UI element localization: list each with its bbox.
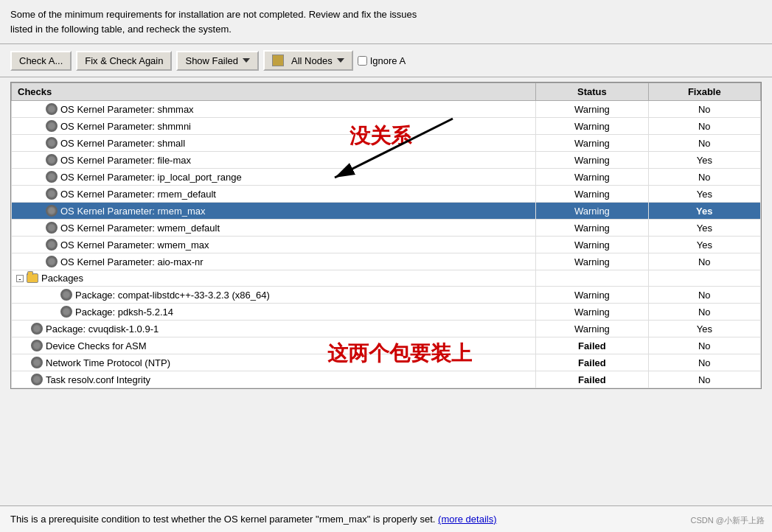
status-header: Status (536, 83, 648, 101)
show-failed-arrow-icon (243, 58, 250, 63)
gear-icon (46, 188, 58, 200)
table-row[interactable]: Package: cvuqdisk-1.0.9-1WarningYes (12, 321, 761, 337)
gear-icon (31, 357, 43, 368)
watermark: CSDN @小新手上路 (691, 515, 765, 526)
fix-check-again-button[interactable]: Fix & Check Again (76, 51, 172, 71)
fixable-cell: Yes (648, 186, 760, 203)
table-row[interactable]: Package: compat-libstdc++-33-3.2.3 (x86_… (12, 287, 761, 304)
gear-icon (60, 289, 72, 301)
fixable-cell: No (648, 101, 760, 118)
table-row[interactable]: OS Kernel Parameter: aio-max-nrWarningNo (12, 253, 761, 270)
gear-icon (46, 256, 58, 267)
check-cell: -Packages (12, 270, 536, 287)
fixable-cell: Yes (648, 203, 760, 220)
fixable-cell: No (648, 287, 760, 304)
table-row[interactable]: OS Kernel Parameter: rmem_defaultWarning… (12, 186, 761, 203)
check-label: OS Kernel Parameter: shmmax (60, 104, 194, 115)
check-label: OS Kernel Parameter: wmem_max (60, 239, 209, 251)
status-cell: Failed (536, 371, 648, 388)
node-icon (272, 55, 284, 66)
table-row[interactable]: OS Kernel Parameter: shmallWarningNo (12, 135, 761, 152)
ignore-checkbox-label: Ignore A (358, 55, 406, 66)
check-cell: OS Kernel Parameter: shmmax (12, 101, 536, 118)
check-label: Device Checks for ASM (46, 340, 147, 351)
show-failed-label: Show Failed (185, 55, 238, 66)
table-row[interactable]: OS Kernel Parameter: shmmaxWarningNo (12, 101, 761, 118)
all-nodes-dropdown[interactable]: All Nodes (263, 50, 353, 71)
table-row[interactable]: OS Kernel Parameter: rmem_maxWarningYes (12, 203, 761, 220)
status-cell: Warning (536, 101, 648, 118)
check-again-button[interactable]: Check A... (10, 51, 72, 71)
bottom-panel: This is a prerequisite condition to test… (0, 505, 772, 533)
check-cell: OS Kernel Parameter: shmmni (12, 118, 536, 135)
gear-icon (46, 171, 58, 183)
status-cell: Warning (536, 135, 648, 152)
check-label: OS Kernel Parameter: shmall (60, 138, 185, 149)
status-cell: Failed (536, 354, 648, 371)
check-label: Package: cvuqdisk-1.0.9-1 (46, 323, 159, 335)
all-nodes-arrow-icon (337, 58, 344, 63)
table-row[interactable]: Device Checks for ASMFailedNo (12, 337, 761, 354)
check-label: Packages (41, 273, 83, 284)
fixable-cell: No (648, 135, 760, 152)
fixable-cell: Yes (648, 152, 760, 169)
check-label: Package: compat-libstdc++-33-3.2.3 (x86_… (75, 290, 270, 301)
gear-icon (46, 103, 58, 115)
status-cell: Warning (536, 321, 648, 337)
collapse-icon[interactable]: - (16, 275, 24, 282)
gear-icon (46, 137, 58, 149)
check-cell: Network Time Protocol (NTP) (12, 354, 536, 371)
check-label: OS Kernel Parameter: ip_local_port_range (60, 172, 242, 183)
fixable-cell: No (648, 304, 760, 321)
status-cell: Warning (536, 203, 648, 220)
check-cell: OS Kernel Parameter: wmem_default (12, 220, 536, 237)
check-cell: OS Kernel Parameter: rmem_max (12, 203, 536, 220)
check-cell: Device Checks for ASM (12, 337, 536, 354)
table-row[interactable]: -Packages (12, 270, 761, 287)
fixable-cell: Yes (648, 321, 760, 337)
fixable-cell: No (648, 253, 760, 270)
table-row[interactable]: OS Kernel Parameter: file-maxWarningYes (12, 152, 761, 169)
check-cell: OS Kernel Parameter: file-max (12, 152, 536, 169)
table-row[interactable]: Task resolv.conf IntegrityFailedNo (12, 371, 761, 388)
fixable-cell: No (648, 118, 760, 135)
status-cell: Warning (536, 287, 648, 304)
table-row[interactable]: OS Kernel Parameter: wmem_maxWarningYes (12, 237, 761, 253)
gear-icon (46, 239, 58, 251)
check-label: Network Time Protocol (NTP) (46, 357, 170, 368)
status-cell: Warning (536, 152, 648, 169)
check-cell: OS Kernel Parameter: ip_local_port_range (12, 169, 536, 186)
fixable-cell: Yes (648, 220, 760, 237)
gear-icon (31, 323, 43, 335)
check-cell: OS Kernel Parameter: aio-max-nr (12, 253, 536, 270)
check-label: OS Kernel Parameter: rmem_default (60, 189, 216, 200)
ignore-label-text: Ignore A (370, 55, 406, 66)
status-cell: Warning (536, 220, 648, 237)
status-cell: Warning (536, 304, 648, 321)
table-row[interactable]: OS Kernel Parameter: ip_local_port_range… (12, 169, 761, 186)
status-cell (536, 270, 648, 287)
table-row[interactable]: Network Time Protocol (NTP)FailedNo (12, 354, 761, 371)
check-label: Package: pdksh-5.2.14 (75, 307, 173, 318)
check-label: OS Kernel Parameter: file-max (60, 155, 191, 166)
check-cell: Task resolv.conf Integrity (12, 371, 536, 388)
fixable-cell: No (648, 169, 760, 186)
check-label: OS Kernel Parameter: rmem_max (60, 206, 206, 217)
gear-icon (46, 154, 58, 166)
check-label: OS Kernel Parameter: wmem_default (60, 223, 220, 234)
gear-icon (60, 306, 72, 318)
check-label: Task resolv.conf Integrity (46, 374, 150, 385)
table-row[interactable]: OS Kernel Parameter: wmem_defaultWarning… (12, 220, 761, 237)
folder-icon (27, 273, 38, 283)
check-cell: OS Kernel Parameter: rmem_default (12, 186, 536, 203)
ignore-checkbox[interactable] (358, 56, 367, 66)
table-row[interactable]: Package: pdksh-5.2.14WarningNo (12, 304, 761, 321)
status-cell: Failed (536, 337, 648, 354)
show-failed-dropdown[interactable]: Show Failed (176, 51, 259, 71)
table-row[interactable]: OS Kernel Parameter: shmmniWarningNo (12, 118, 761, 135)
check-label: OS Kernel Parameter: shmmni (60, 121, 191, 132)
more-details-link[interactable]: (more details) (438, 514, 496, 525)
check-cell: Package: pdksh-5.2.14 (12, 304, 536, 321)
fixable-cell: No (648, 371, 760, 388)
status-cell: Warning (536, 118, 648, 135)
